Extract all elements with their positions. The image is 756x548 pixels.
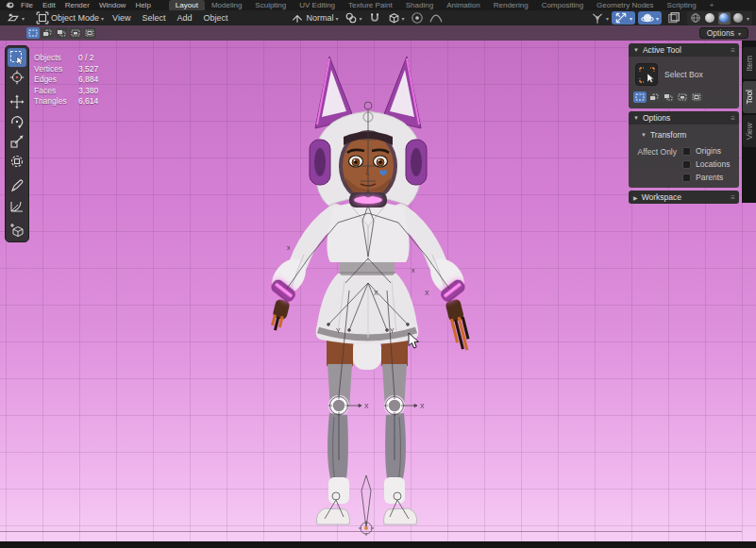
tool-annotate[interactable] <box>8 176 26 195</box>
select-mode-intersect[interactable] <box>83 27 96 39</box>
snap-target-dropdown[interactable]: ▾ <box>384 11 408 25</box>
chevron-down-icon: ▾ <box>630 15 632 22</box>
tool-transform[interactable] <box>8 152 26 171</box>
tool-rotate[interactable] <box>8 112 26 131</box>
menu-add[interactable]: Add <box>171 13 197 23</box>
select-mode-subtract[interactable] <box>662 91 675 103</box>
active-tool-header[interactable]: ▼ Active Tool ≡ <box>629 43 739 57</box>
proportional-falloff-dropdown[interactable] <box>427 11 445 25</box>
rotate-icon <box>9 114 25 129</box>
select-mode-invert[interactable] <box>676 91 689 103</box>
workspace-tab-layout[interactable]: Layout <box>169 0 205 10</box>
mode-dropdown[interactable]: Object Mode ▾ <box>33 11 107 25</box>
svg-text:x: x <box>287 244 291 251</box>
svg-text:X: X <box>425 290 429 296</box>
gizmos-toggle[interactable]: ▾ <box>612 11 635 25</box>
panel-menu-icon[interactable]: ≡ <box>731 46 734 55</box>
overlays-sphere-icon <box>641 11 654 25</box>
workspace-tab-rendering[interactable]: Rendering <box>487 0 535 10</box>
menu-view[interactable]: View <box>107 13 136 23</box>
transform-orientation-dropdown[interactable]: Normal ▾ <box>288 11 341 25</box>
shading-wireframe-button[interactable] <box>690 12 702 25</box>
add-cube-icon <box>9 223 25 238</box>
menu-render[interactable]: Render <box>60 0 94 10</box>
svg-text:X: X <box>374 290 378 296</box>
status-bar <box>0 541 756 548</box>
checkbox-label: Origins <box>696 146 721 156</box>
orientation-icon <box>291 11 304 25</box>
transform-subsection[interactable]: ▼ Transform <box>641 130 734 140</box>
shading-solid-button[interactable] <box>704 12 716 25</box>
checkbox-parents[interactable]: Parents <box>682 173 730 182</box>
character-model[interactable]: x x X X Y Y X X <box>255 45 491 536</box>
viewport-3d[interactable]: Objects0 / 2 Vertices3,527 Edges6,884 Fa… <box>0 41 756 541</box>
tool-move[interactable] <box>8 92 26 111</box>
select-mode-set[interactable] <box>633 91 647 103</box>
menu-edit[interactable]: Edit <box>38 0 60 10</box>
active-tool-icon-button[interactable] <box>635 63 658 86</box>
options-header[interactable]: ▼ Options ≡ <box>629 111 739 125</box>
select-mode-set[interactable] <box>26 27 40 39</box>
wireframe-sphere-icon <box>691 13 700 23</box>
tool-cursor[interactable] <box>8 68 26 87</box>
workspace-header[interactable]: ▶ Workspace ≡ <box>629 191 739 204</box>
tool-scale[interactable] <box>8 132 26 151</box>
overlays-toggle[interactable]: ▾ <box>638 11 662 25</box>
proportional-editing-toggle[interactable] <box>408 11 427 25</box>
select-mode-intersect[interactable] <box>690 91 703 103</box>
select-mode-invert[interactable] <box>69 27 82 39</box>
select-mode-extend[interactable] <box>647 91 661 103</box>
menu-window[interactable]: Window <box>94 0 130 10</box>
checkbox-icon[interactable] <box>682 174 691 182</box>
workspace-tab-compositing[interactable]: Compositing <box>535 0 590 10</box>
sidebar-tab-item[interactable]: Item <box>743 47 756 79</box>
workspace-tab-texture-paint[interactable]: Texture Paint <box>342 0 399 10</box>
checkbox-icon[interactable] <box>682 160 691 169</box>
select-mode-extend[interactable] <box>41 27 54 39</box>
tool-select-box[interactable] <box>8 48 26 67</box>
workspace-tab-animation[interactable]: Animation <box>440 0 487 10</box>
snap-toggle[interactable] <box>365 11 384 25</box>
svg-text:X: X <box>420 403 425 409</box>
panel-menu-icon[interactable]: ≡ <box>731 114 734 123</box>
workspace-tab-modeling[interactable]: Modeling <box>205 0 248 10</box>
sidebar-tab-view[interactable]: View <box>743 115 756 147</box>
select-mode-subtract[interactable] <box>55 27 68 39</box>
menu-help[interactable]: Help <box>130 0 155 10</box>
select-box-icon <box>639 67 655 83</box>
menu-select[interactable]: Select <box>136 13 171 23</box>
tool-measure[interactable] <box>8 196 26 215</box>
sidebar-tab-tool[interactable]: Tool <box>743 81 756 113</box>
blender-logo-icon[interactable] <box>5 1 14 9</box>
options-dropdown-button[interactable]: Options ▾ <box>699 27 748 39</box>
chevron-down-icon: ▾ <box>738 30 741 37</box>
chevron-down-icon: ▼ <box>641 132 647 138</box>
checkbox-icon[interactable] <box>682 147 691 156</box>
checkbox-origins[interactable]: Origins <box>682 146 730 156</box>
menu-file[interactable]: File <box>16 0 38 10</box>
show-gizmo-dropdown[interactable]: ▾ <box>588 11 612 25</box>
menu-object[interactable]: Object <box>197 13 233 23</box>
xray-icon <box>667 11 680 25</box>
tool-add-cube[interactable] <box>8 221 26 240</box>
chevron-down-icon: ▼ <box>633 115 639 121</box>
shading-rendered-button[interactable] <box>732 12 745 25</box>
editor-type-selector[interactable]: ▾ <box>4 11 27 25</box>
checkbox-label: Locations <box>696 159 730 169</box>
xray-toggle[interactable] <box>664 11 683 25</box>
svg-text:Y: Y <box>390 327 395 334</box>
checkbox-locations[interactable]: Locations <box>682 159 730 169</box>
stat-objects: Objects0 / 2 <box>34 53 98 64</box>
workspace-tab-uv-editing[interactable]: UV Editing <box>293 0 342 10</box>
workspace-tab-scripting[interactable]: Scripting <box>661 0 703 10</box>
workspace-tab-sculpting[interactable]: Sculpting <box>248 0 293 10</box>
gizmo-icon <box>591 11 604 25</box>
workspace-tab-add[interactable]: + <box>703 0 721 10</box>
pivot-point-dropdown[interactable]: ▾ <box>342 11 365 25</box>
workspace-tab-geometry-nodes[interactable]: Geometry Nodes <box>590 0 660 10</box>
annotate-pen-icon <box>9 178 25 193</box>
snap-cube-icon <box>387 11 400 25</box>
workspace-tab-shading[interactable]: Shading <box>399 0 440 10</box>
panel-menu-icon[interactable]: ≡ <box>731 193 734 202</box>
shading-material-button[interactable] <box>718 12 731 25</box>
